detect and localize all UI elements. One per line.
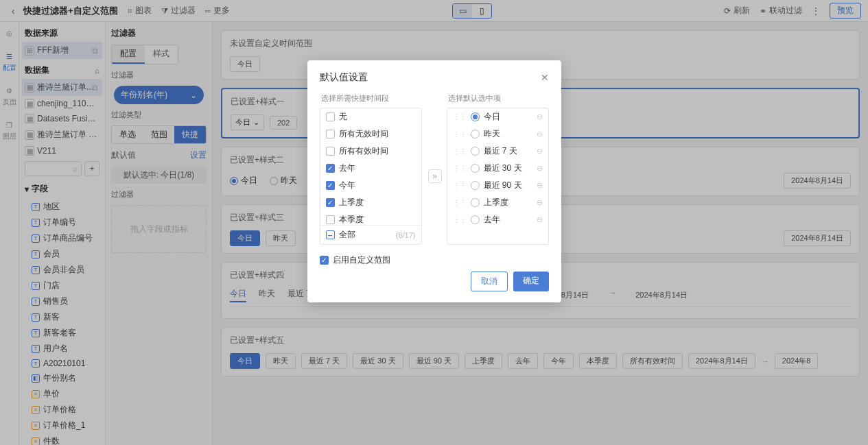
- radio-icon[interactable]: [471, 164, 480, 173]
- radio-option[interactable]: ⋮⋮昨天⊖: [447, 125, 548, 143]
- radio-icon[interactable]: [471, 181, 480, 190]
- available-options: 无所有无效时间所有有效时间✓去年✓今年✓上季度本季度✓最近 90 天 – 全部 …: [320, 108, 422, 245]
- remove-icon[interactable]: ⊖: [537, 215, 543, 224]
- checkbox-icon[interactable]: ✓: [326, 198, 335, 207]
- radio-option[interactable]: ⋮⋮最近 90 天⊖: [447, 177, 548, 194]
- left-col-head: 选择所需快捷时间段: [320, 93, 422, 104]
- checkbox-icon[interactable]: [326, 147, 335, 156]
- checkbox-option[interactable]: 无: [320, 108, 421, 125]
- remove-icon[interactable]: ⊖: [537, 181, 543, 190]
- checkbox-icon[interactable]: [326, 112, 335, 121]
- modal-title: 默认值设置: [320, 71, 368, 84]
- drag-handle-icon[interactable]: ⋮⋮: [453, 113, 467, 121]
- radio-icon[interactable]: [471, 130, 480, 139]
- remove-icon[interactable]: ⊖: [537, 164, 543, 173]
- radio-icon[interactable]: [471, 198, 480, 207]
- remove-icon[interactable]: ⊖: [537, 130, 543, 139]
- radio-icon[interactable]: [471, 112, 480, 121]
- checkbox-option[interactable]: 所有无效时间: [320, 125, 421, 143]
- selected-options: » ⋮⋮今日⊖⋮⋮昨天⊖⋮⋮最近 7 天⊖⋮⋮最近 30 天⊖⋮⋮最近 90 天…: [447, 108, 549, 245]
- drag-handle-icon[interactable]: ⋮⋮: [453, 182, 467, 189]
- drag-handle-icon[interactable]: ⋮⋮: [453, 130, 467, 138]
- remove-icon[interactable]: ⊖: [537, 198, 543, 207]
- checkbox-icon[interactable]: [326, 130, 335, 139]
- radio-option[interactable]: ⋮⋮最近 7 天⊖: [447, 143, 548, 160]
- checkbox-option[interactable]: ✓去年: [320, 160, 421, 177]
- remove-icon[interactable]: ⊖: [537, 147, 543, 156]
- checkbox-option[interactable]: ✓上季度: [320, 194, 421, 211]
- modal-overlay[interactable]: 默认值设置 ✕ 选择所需快捷时间段 选择默认选中项 无所有无效时间所有有效时间✓…: [0, 0, 868, 445]
- cancel-button[interactable]: 取消: [471, 272, 508, 291]
- radio-icon[interactable]: [471, 215, 480, 224]
- radio-option[interactable]: ⋮⋮今日⊖: [447, 108, 548, 125]
- enable-custom-label: 启用自定义范围: [333, 254, 390, 266]
- transfer-right-button[interactable]: »: [428, 169, 442, 183]
- drag-handle-icon[interactable]: ⋮⋮: [453, 216, 467, 224]
- remove-icon[interactable]: ⊖: [537, 112, 543, 121]
- drag-handle-icon[interactable]: ⋮⋮: [453, 165, 467, 172]
- drag-handle-icon[interactable]: ⋮⋮: [453, 199, 467, 206]
- radio-option[interactable]: ⋮⋮上季度⊖: [447, 194, 548, 211]
- select-all-row[interactable]: – 全部 (8/17): [320, 225, 421, 244]
- radio-option[interactable]: ⋮⋮最近 30 天⊖: [447, 160, 548, 177]
- radio-icon[interactable]: [471, 147, 480, 156]
- close-icon[interactable]: ✕: [541, 72, 549, 83]
- checkbox-icon[interactable]: ✓: [326, 164, 335, 173]
- checkbox-icon[interactable]: ✓: [326, 181, 335, 190]
- ok-button[interactable]: 确定: [513, 272, 549, 291]
- indeterminate-checkbox-icon[interactable]: –: [326, 230, 335, 239]
- checkbox-option[interactable]: 所有有效时间: [320, 143, 421, 160]
- default-settings-modal: 默认值设置 ✕ 选择所需快捷时间段 选择默认选中项 无所有无效时间所有有效时间✓…: [307, 60, 561, 302]
- checkbox-option[interactable]: 本季度: [320, 211, 421, 225]
- radio-option[interactable]: ⋮⋮去年⊖: [447, 211, 548, 225]
- drag-handle-icon[interactable]: ⋮⋮: [453, 147, 467, 155]
- enable-custom-checkbox[interactable]: ✓: [320, 256, 329, 265]
- right-col-head: 选择默认选中项: [447, 93, 549, 104]
- checkbox-option[interactable]: ✓今年: [320, 177, 421, 194]
- checkbox-icon[interactable]: [326, 215, 335, 224]
